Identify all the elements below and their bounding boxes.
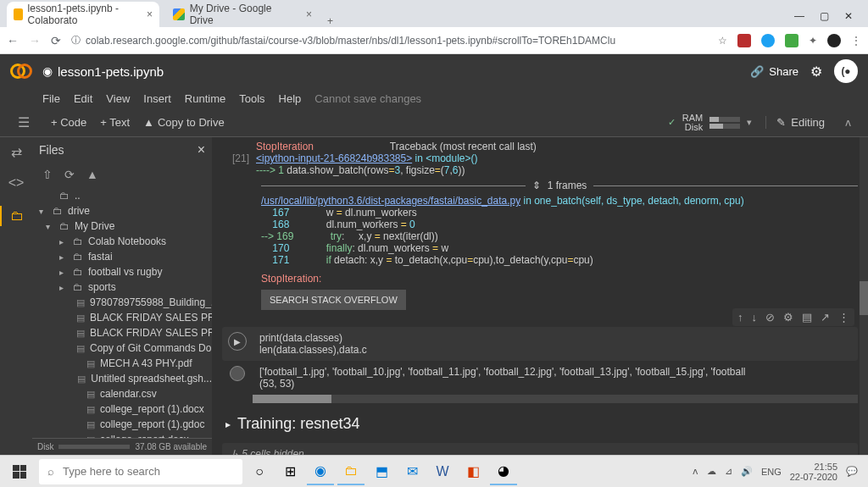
back-button[interactable]: ←: [7, 34, 19, 47]
taskbar-app-store[interactable]: ⬒: [368, 458, 395, 485]
move-down-icon[interactable]: ↓: [752, 311, 758, 324]
hidden-cells-indicator[interactable]: ↳ 5 cells hidden: [222, 443, 858, 455]
upload-icon[interactable]: ⇧: [42, 168, 53, 181]
traceback-link[interactable]: /usr/local/lib/python3.6/dist-packages/f…: [261, 195, 520, 207]
notebook-title[interactable]: lesson1-pets.ipynb: [58, 64, 164, 79]
link-cell-icon[interactable]: ⊘: [765, 311, 775, 324]
chevron-right-icon[interactable]: ▸: [59, 237, 70, 246]
share-button[interactable]: 🔗 Share: [750, 65, 798, 78]
frames-divider[interactable]: ⇕1 frames: [261, 180, 858, 191]
traceback-link[interactable]: <ipython-input-21-66824b983385>: [256, 152, 412, 164]
chevron-down-icon[interactable]: ▾: [46, 222, 56, 231]
maximize-icon[interactable]: ▢: [820, 10, 829, 22]
colab-logo-icon[interactable]: [10, 60, 32, 82]
taskbar-app-office[interactable]: ◧: [459, 458, 487, 485]
start-button[interactable]: [3, 456, 36, 488]
cell-settings-icon[interactable]: ⚙: [783, 311, 793, 324]
extension-icon[interactable]: [785, 34, 798, 47]
tree-file[interactable]: ▤college_report (1).gdoc: [32, 417, 212, 432]
code-snippets-icon[interactable]: <>: [8, 175, 25, 191]
add-code-button[interactable]: + Code: [51, 116, 86, 129]
tree-folder[interactable]: ▸🗀Colab Notebooks: [32, 234, 212, 249]
resource-monitor[interactable]: ✓ RAM Disk ▾: [668, 113, 752, 132]
section-header[interactable]: ▸ Training: resnet34: [212, 403, 868, 440]
tree-folder[interactable]: ▸🗀sports: [32, 279, 212, 295]
close-panel-icon[interactable]: ×: [198, 142, 205, 158]
forward-button[interactable]: →: [29, 34, 41, 47]
extensions-menu-icon[interactable]: ✦: [809, 35, 817, 47]
tree-folder-mydrive[interactable]: ▾🗀My Drive: [32, 219, 212, 234]
taskbar-app-mail[interactable]: ✉: [398, 458, 426, 485]
notebook-area[interactable]: StopIteration Traceback (most recent cal…: [212, 137, 868, 455]
browser-menu-icon[interactable]: ⋮: [851, 35, 861, 47]
menu-file[interactable]: File: [42, 92, 60, 105]
tree-file[interactable]: ▤BLACK FRIDAY SALES PRE...: [32, 325, 212, 340]
cell-menu-icon[interactable]: ⋮: [838, 311, 849, 324]
tree-file[interactable]: ▤college_report.docx: [32, 432, 212, 438]
tree-file[interactable]: ▤Copy of Git Commands Do...: [32, 340, 212, 356]
menu-edit[interactable]: Edit: [74, 92, 92, 105]
extension-icon[interactable]: [761, 34, 775, 47]
mirror-cell-icon[interactable]: ▤: [802, 311, 812, 324]
volume-icon[interactable]: 🔊: [741, 466, 753, 477]
file-tree[interactable]: 🗀.. ▾🗀drive ▾🗀My Drive ▸🗀Colab Notebooks…: [32, 186, 212, 438]
browser-tab-active[interactable]: lesson1-pets.ipynb - Colaborato ×: [7, 2, 159, 27]
vertical-scrollbar[interactable]: [860, 137, 868, 455]
language-indicator[interactable]: ENG: [761, 467, 782, 477]
collapse-button[interactable]: ʌ: [838, 117, 858, 129]
taskbar-app-explorer[interactable]: 🗀: [337, 458, 364, 485]
windows-search-input[interactable]: ⌕ Type here to search: [39, 459, 242, 484]
chevron-right-icon[interactable]: ▸: [225, 418, 231, 430]
find-replace-icon[interactable]: ⇄: [11, 144, 22, 160]
tree-file[interactable]: ▤calendar.csv: [32, 386, 212, 401]
new-tab-button[interactable]: +: [319, 15, 342, 27]
mount-drive-icon[interactable]: ▲: [86, 168, 98, 181]
horizontal-scrollbar[interactable]: [253, 395, 858, 403]
tree-updir[interactable]: 🗀..: [32, 188, 212, 203]
tree-file[interactable]: ▤Untitled spreadsheet.gsh...: [32, 371, 212, 386]
tree-file[interactable]: ▤college_report (1).docx: [32, 401, 212, 417]
close-window-icon[interactable]: ✕: [844, 10, 853, 22]
open-new-icon[interactable]: ↗: [821, 311, 830, 324]
user-avatar[interactable]: (●: [834, 59, 858, 83]
tree-file[interactable]: ▤BLACK FRIDAY SALES PRE...: [32, 310, 212, 325]
chevron-right-icon[interactable]: ▸: [59, 252, 70, 262]
run-cell-button[interactable]: ▶: [222, 327, 253, 361]
menu-view[interactable]: View: [106, 92, 130, 105]
taskbar-app-chrome[interactable]: ◕: [490, 458, 517, 485]
copy-to-drive-button[interactable]: ▲ Copy to Drive: [143, 116, 225, 129]
minimize-icon[interactable]: —: [794, 10, 804, 22]
extension-icon[interactable]: [827, 34, 841, 47]
chevron-right-icon[interactable]: ▸: [59, 268, 70, 277]
close-tab-icon[interactable]: ×: [147, 8, 153, 20]
tree-file[interactable]: ▤MECH A 43 PHY.pdf: [32, 356, 212, 371]
close-tab-icon[interactable]: ×: [306, 8, 312, 20]
settings-button[interactable]: ⚙: [810, 64, 822, 80]
extension-icon[interactable]: [737, 34, 751, 47]
tree-folder[interactable]: ▸🗀football vs rugby: [32, 264, 212, 279]
output-indicator-icon[interactable]: [230, 366, 245, 381]
menu-runtime[interactable]: Runtime: [185, 92, 225, 105]
menu-tools[interactable]: Tools: [239, 92, 264, 105]
cortana-icon[interactable]: ○: [246, 458, 273, 485]
refresh-icon[interactable]: ⟳: [64, 168, 75, 181]
wifi-icon[interactable]: ⊿: [725, 466, 732, 477]
menu-help[interactable]: Help: [279, 92, 302, 105]
taskbar-app-edge[interactable]: ◉: [307, 458, 334, 485]
onedrive-icon[interactable]: ☁: [707, 466, 716, 477]
url-input[interactable]: ⓘ colab.research.google.com/github/fasta…: [71, 34, 708, 47]
files-tab-icon[interactable]: 🗀: [0, 206, 32, 226]
move-up-icon[interactable]: ↑: [737, 311, 743, 324]
tree-folder-drive[interactable]: ▾🗀drive: [32, 203, 212, 219]
toc-toggle-icon[interactable]: ☰: [10, 114, 37, 130]
task-view-icon[interactable]: ⊞: [276, 458, 303, 485]
menu-insert[interactable]: Insert: [143, 92, 171, 105]
notifications-icon[interactable]: 💬: [846, 466, 858, 477]
bookmark-star-icon[interactable]: ☆: [718, 35, 727, 47]
clock[interactable]: 21:55 22-07-2020: [790, 462, 837, 482]
tray-expand-icon[interactable]: ʌ: [693, 466, 698, 477]
taskbar-app-word[interactable]: W: [429, 458, 456, 485]
chevron-right-icon[interactable]: ▸: [59, 283, 70, 292]
browser-tab-inactive[interactable]: My Drive - Google Drive ×: [166, 2, 319, 27]
code-cell[interactable]: ↑ ↓ ⊘ ⚙ ▤ ↗ ⋮ ▶ print(data.classes) len(…: [222, 327, 858, 403]
